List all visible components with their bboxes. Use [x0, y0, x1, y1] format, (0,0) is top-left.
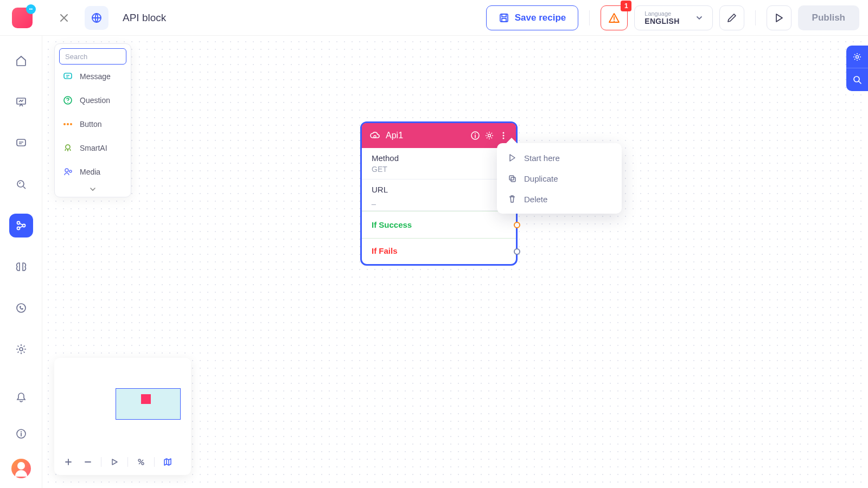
user-avatar[interactable]: [11, 459, 31, 478]
language-label: Language: [644, 10, 679, 17]
ctx-duplicate[interactable]: Duplicate: [497, 168, 622, 189]
publish-label: Publish: [812, 12, 845, 23]
copy-icon: [508, 174, 516, 183]
svg-point-11: [17, 304, 25, 312]
palette-item-label: Message: [80, 72, 111, 81]
nav-presentation[interactable]: [9, 90, 33, 114]
nav-workflow[interactable]: [9, 214, 33, 237]
chevron-down-icon: [89, 185, 97, 193]
api-success-row[interactable]: If Success: [362, 211, 516, 239]
minimap-toolbar: [62, 455, 183, 468]
svg-point-23: [374, 136, 376, 138]
palette-item-media[interactable]: Media: [59, 160, 126, 184]
close-button[interactable]: [52, 6, 76, 30]
svg-point-27: [503, 135, 505, 137]
svg-point-4: [614, 21, 615, 22]
svg-rect-6: [17, 139, 25, 146]
nav-info[interactable]: [9, 422, 33, 446]
top-header: •• API block Save recipe 1 Language ENGL…: [0, 0, 868, 36]
warning-button[interactable]: 1: [601, 5, 628, 30]
language-value: ENGLISH: [644, 17, 679, 25]
canvas-settings-button[interactable]: [846, 46, 868, 68]
palette-item-question[interactable]: Question: [59, 88, 126, 112]
nav-messages[interactable]: [9, 131, 33, 155]
palette-expand-button[interactable]: [59, 184, 126, 197]
api-node-header[interactable]: Api1: [362, 123, 516, 148]
minimap-node: [141, 394, 151, 404]
svg-point-32: [142, 463, 144, 465]
palette-item-smartai[interactable]: SmartAI: [59, 136, 126, 160]
palette-item-message[interactable]: Message: [59, 65, 126, 88]
divider: [154, 457, 155, 467]
api-node[interactable]: Api1 Method GET URL _ If Success If Fail…: [360, 121, 518, 266]
globe-button[interactable]: [85, 6, 108, 30]
ctx-delete[interactable]: Delete: [497, 189, 622, 209]
play-icon: [508, 153, 516, 162]
palette-item-label: Question: [80, 96, 110, 105]
logo-notification-dot: ••: [26, 4, 36, 14]
svg-point-33: [856, 55, 859, 58]
play-preview-button[interactable]: [108, 455, 121, 468]
nav-search[interactable]: [9, 172, 33, 196]
pencil-icon: [726, 12, 737, 23]
edit-button[interactable]: [719, 5, 744, 30]
ctx-start-here[interactable]: Start here: [497, 147, 622, 168]
palette-item-label: SmartAI: [80, 144, 107, 152]
media-icon: [62, 166, 73, 177]
api-method-row[interactable]: Method GET: [362, 148, 516, 179]
success-output-port[interactable]: [514, 222, 520, 228]
nav-settings[interactable]: [9, 337, 33, 361]
divider: [127, 457, 128, 467]
svg-rect-29: [509, 176, 514, 180]
divider: [101, 457, 101, 467]
nav-home[interactable]: [9, 49, 33, 73]
node-info-button[interactable]: [468, 129, 482, 143]
nav-ai[interactable]: [9, 255, 33, 279]
trash-icon: [508, 195, 516, 203]
fails-output-port[interactable]: [514, 248, 520, 255]
node-palette: Message Question Button SmartAI Media: [54, 43, 131, 197]
url-label: URL: [372, 185, 506, 194]
divider: [755, 10, 756, 25]
api-url-row[interactable]: URL _: [362, 179, 516, 211]
svg-point-21: [65, 169, 68, 172]
svg-point-20: [66, 145, 70, 149]
svg-point-25: [488, 134, 491, 137]
question-icon: [62, 95, 73, 106]
zoom-out-button[interactable]: [81, 455, 94, 468]
smartai-icon: [62, 143, 73, 153]
minimap-viewport[interactable]: [116, 388, 181, 420]
svg-point-12: [20, 348, 23, 351]
svg-rect-2: [502, 14, 506, 17]
nav-whatsapp[interactable]: [9, 296, 33, 320]
language-selector[interactable]: Language ENGLISH: [634, 5, 712, 30]
app-logo: ••: [12, 8, 33, 28]
url-value: _: [372, 196, 506, 205]
percent-button[interactable]: [135, 455, 148, 468]
palette-search-input[interactable]: [59, 48, 126, 65]
button-icon: [62, 119, 73, 130]
success-label: If Success: [372, 220, 412, 229]
warning-badge: 1: [621, 1, 631, 11]
svg-point-28: [503, 138, 505, 139]
node-context-menu: Start here Duplicate Delete: [497, 143, 622, 214]
node-settings-button[interactable]: [482, 129, 496, 143]
svg-rect-30: [511, 177, 515, 182]
save-recipe-button[interactable]: Save recipe: [486, 5, 579, 30]
publish-button[interactable]: Publish: [798, 5, 859, 30]
svg-point-18: [67, 123, 69, 125]
palette-item-button[interactable]: Button: [59, 112, 126, 136]
zoom-in-button[interactable]: [62, 455, 75, 468]
svg-rect-14: [64, 73, 72, 79]
play-button[interactable]: [767, 5, 792, 30]
play-icon: [774, 13, 784, 23]
canvas-search-button[interactable]: [846, 68, 868, 91]
palette-item-label: Button: [80, 120, 101, 129]
svg-point-22: [69, 170, 72, 172]
api-fails-row[interactable]: If Fails: [362, 239, 516, 264]
minimap-panel: [54, 358, 191, 475]
minimap-toggle-button[interactable]: [161, 455, 174, 468]
canvas[interactable]: Message Question Button SmartAI Media Ap…: [42, 36, 868, 488]
nav-notifications[interactable]: [9, 385, 33, 409]
left-sidebar: [0, 36, 42, 488]
